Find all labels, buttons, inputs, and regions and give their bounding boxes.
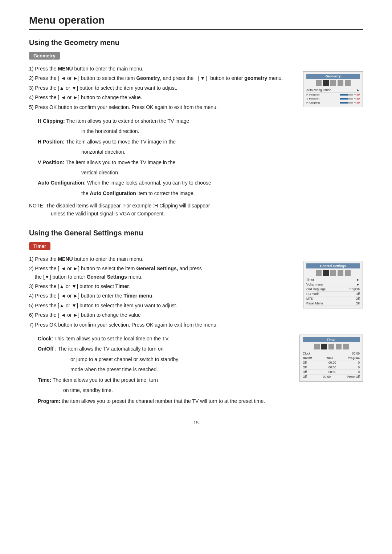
page-number: -15- — [29, 420, 363, 425]
time-desc-indent: on time, standby time. — [38, 386, 290, 394]
timer-ms-icons — [303, 344, 360, 349]
geometry-badge: Geometry — [29, 52, 60, 60]
gs-ms-icon-2 — [323, 270, 329, 276]
hposition-desc: H Position: The item allows you to move … — [38, 138, 363, 146]
ms-icon-2 — [323, 80, 329, 86]
timer-clock-row: Clock 00:00 — [303, 351, 360, 356]
hposition-desc-indent: horizontal direction. — [38, 148, 363, 156]
gs-timer-row: Timer ► — [306, 278, 360, 282]
geometry-note: NOTE: The disabled items will disappear.… — [29, 202, 363, 218]
geometry-ms-title: Geometry — [306, 74, 360, 79]
geometry-ms-icons — [306, 80, 360, 86]
general-step-7: 7) Press OK button to confirm your selec… — [29, 321, 363, 329]
page-title: Menu operation — [29, 15, 363, 30]
geometry-menu-screenshot: Geometry Auto configuration ► H Position… — [303, 71, 363, 107]
program-desc: Program: the item allows you to preset t… — [38, 397, 363, 405]
geometry-descriptions: H Clipping: The item allows you to exten… — [38, 117, 363, 197]
gs-ms-icon-4 — [338, 270, 343, 276]
timer-row-3: Off 00:00 0 — [303, 370, 360, 375]
timer-menu-screenshot: Timer Clock 00:00 On/Off Time Program Of… — [299, 335, 363, 382]
timer-row-1: Off 00:00 0 — [303, 360, 360, 365]
ms-icon-4 — [338, 80, 343, 86]
hclipping-desc: H Clipping: The item allows you to exten… — [38, 117, 363, 125]
t-ms-icon-3 — [328, 344, 334, 349]
general-section-heading: Using the General Settings menu — [29, 229, 363, 237]
timer-badge: Timer — [29, 242, 50, 250]
gs-reset-row: Reset Menu Off — [306, 301, 360, 306]
onoff-desc-indent1: or jump to a preset channel or switch to… — [38, 355, 290, 363]
general-step-6: 6) Press the [ ◄ or ►] button to change … — [29, 311, 363, 319]
gs-mts-row: MTS Off — [306, 296, 360, 301]
gs-ms-icon-5 — [345, 270, 351, 276]
ms-vposition-row: V Position - + 50 — [306, 97, 360, 101]
timer-row-2: Off 00:00 0 — [303, 365, 360, 370]
t-ms-icon-1 — [314, 344, 320, 349]
gs-cc-row: CC mode Off — [306, 292, 360, 296]
hclipping-desc-indent: in the horizontal direction. — [38, 127, 363, 135]
general-settings-menu-screenshot: General Settings Timer ► Vchip menu ► Os… — [303, 261, 363, 308]
general-settings-ms-icons — [306, 270, 360, 276]
ms-icon-5 — [345, 80, 351, 86]
ms-icon-1 — [316, 80, 322, 86]
gs-vchip-row: Vchip menu ► — [306, 282, 360, 287]
general-settings-section: Using the General Settings menu Timer Ge… — [29, 229, 363, 405]
vposition-desc: V Position: The item allows you to move … — [38, 158, 363, 166]
ms-auto-config-row: Auto configuration ► — [306, 88, 360, 93]
autoconfig-desc: Auto Configuration: When the image looks… — [38, 179, 363, 187]
gs-ms-icon-1 — [316, 270, 322, 276]
ms-hposition-row: H Position - + 50 — [306, 93, 360, 97]
timer-section-with-screenshot: Timer Clock 00:00 On/Off Time Program Of… — [29, 335, 363, 394]
geometry-section: Using the Geometry menu Geometry Geometr… — [29, 39, 363, 218]
onoff-desc: On/Off : The item allows the TV automati… — [38, 345, 290, 353]
timer-ms-title: Timer — [303, 337, 360, 342]
autoconfig-desc-indent: the Auto Configuration item to correct t… — [38, 189, 363, 197]
general-settings-ms-title: General Settings — [306, 263, 360, 268]
t-ms-icon-2 — [321, 344, 327, 349]
geometry-section-heading: Using the Geometry menu — [29, 39, 363, 47]
clock-desc: Clock: This item allows you to set the l… — [38, 335, 290, 343]
gs-ms-icon-3 — [330, 270, 336, 276]
gs-osd-row: Osd language English — [306, 287, 360, 292]
time-desc: Time: The item allows you to set the pre… — [38, 376, 290, 384]
ms-hclipping-row: H Clipping - + 50 — [306, 101, 360, 105]
vposition-desc-indent: vertical direction. — [38, 169, 363, 177]
t-ms-icon-4 — [336, 344, 342, 349]
timer-row-poweroff: Off 00:00 PowerOff — [303, 375, 360, 379]
ms-icon-3 — [330, 80, 336, 86]
t-ms-icon-5 — [343, 344, 349, 349]
onoff-desc-indent2: mode when the preset time is reached. — [38, 365, 290, 373]
timer-header-row: On/Off Time Program — [303, 356, 360, 360]
